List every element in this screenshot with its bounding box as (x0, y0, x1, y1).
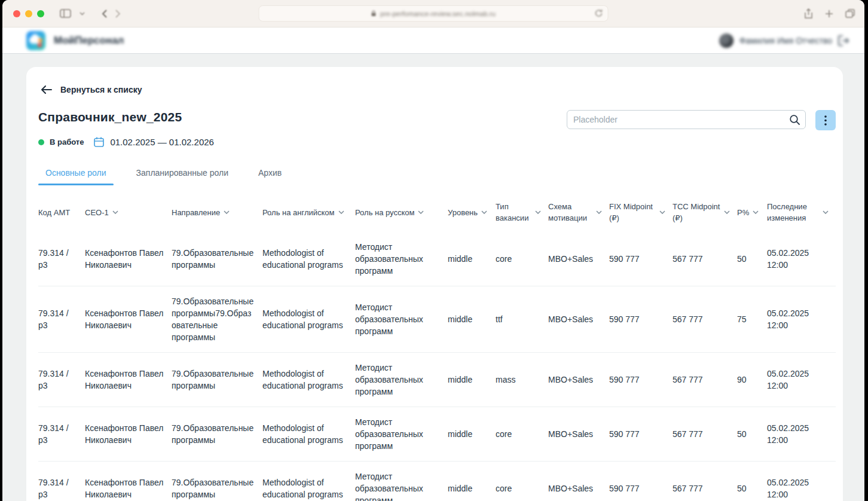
forward-icon[interactable] (115, 10, 121, 18)
cell-ceo: Ксенафонтов Павел Николаевич (85, 407, 172, 462)
status-row: В работе 01.02.2025 — 01.02.2026 (38, 136, 214, 148)
search-box (567, 110, 806, 129)
cell-vacancy-type: ttf (496, 286, 548, 353)
cell-last-changes: 05.02.2025 12:00 (767, 407, 836, 462)
close-window-button[interactable] (13, 10, 20, 17)
column-header-code: Код АМТ (38, 193, 85, 232)
column-header-level[interactable]: Уровень (448, 193, 496, 232)
cell-fix-midpoint: 590 777 (609, 232, 673, 286)
cell-ceo: Ксенафонтов Павел Николаевич (85, 232, 172, 286)
new-tab-icon[interactable] (825, 10, 833, 18)
cell-role-en: Methodologist of educational programs (262, 232, 355, 286)
sort-chevron-icon[interactable] (481, 210, 487, 214)
reload-icon[interactable] (595, 9, 603, 17)
column-header-motivation[interactable]: Схема мотивации (548, 193, 609, 232)
date-range: 01.02.2025 — 01.02.2026 (110, 137, 213, 147)
address-bar[interactable]: pre-perfomance-review.sec.nolmab.ru (259, 5, 609, 22)
column-header-role-en[interactable]: Роль на английском (262, 193, 355, 232)
roles-table: Код АМТCEO-1НаправлениеРоль на английско… (38, 193, 836, 501)
cell-direction: 79.Образовательные программы (172, 232, 262, 286)
sort-chevron-icon[interactable] (338, 210, 344, 214)
tab-1[interactable]: Основные роли (38, 168, 114, 185)
cell-p-percent: 50 (737, 462, 767, 501)
back-label: Вернуться к списку (60, 85, 142, 94)
sort-chevron-icon[interactable] (753, 210, 759, 214)
column-header-vacancy-type[interactable]: Тип вакансии (496, 193, 548, 232)
column-header-p-percent[interactable]: P% (737, 193, 767, 232)
share-icon[interactable] (804, 8, 813, 19)
cell-level: middle (448, 232, 496, 286)
cell-role-ru: Методист образовательных программ (355, 232, 448, 286)
cell-motivation: MBO+Sales (548, 407, 609, 462)
app-header: МойПерсонал Фамилия Имя Отчество (2, 28, 864, 54)
sort-chevron-icon[interactable] (659, 210, 665, 214)
app-brand[interactable]: МойПерсонал (26, 31, 124, 50)
tabs-overview-icon[interactable] (845, 9, 855, 18)
app-logo-icon (26, 31, 45, 50)
cell-vacancy-type: core (496, 462, 548, 501)
logout-icon[interactable] (838, 35, 850, 46)
tab-2[interactable]: Запланированные роли (129, 168, 236, 185)
minimize-window-button[interactable] (25, 10, 32, 17)
sidebar-icon[interactable] (60, 9, 71, 18)
cell-tcc-midpoint: 567 777 (673, 286, 737, 353)
search-icon[interactable] (788, 114, 800, 126)
table-row[interactable]: 79.314 / р3Ксенафонтов Павел Николаевич7… (38, 353, 836, 407)
column-header-ceo[interactable]: CEO-1 (85, 193, 172, 232)
column-label: Роль на русском (355, 207, 414, 218)
search-input[interactable] (567, 110, 806, 129)
column-label: Роль на английском (262, 207, 335, 218)
sort-chevron-icon[interactable] (418, 210, 424, 214)
cell-level: middle (448, 407, 496, 462)
cell-fix-midpoint: 590 777 (609, 407, 673, 462)
sort-chevron-icon[interactable] (724, 210, 730, 214)
cell-ceo: Ксенафонтов Павел Николаевич (85, 462, 172, 501)
table-row[interactable]: 79.314 / р3Ксенафонтов Павел Николаевич7… (38, 232, 836, 286)
sort-chevron-icon[interactable] (535, 210, 541, 214)
content-card: Вернуться к списку Справочник_new_2025 В… (26, 67, 843, 501)
sort-chevron-icon[interactable] (596, 210, 602, 214)
column-header-direction[interactable]: Направление (172, 193, 262, 232)
sort-chevron-icon[interactable] (224, 210, 230, 214)
cell-fix-midpoint: 590 777 (609, 462, 673, 501)
cell-motivation: MBO+Sales (548, 353, 609, 407)
chevron-down-icon[interactable] (80, 12, 85, 16)
back-link[interactable]: Вернуться к списку (38, 85, 142, 94)
kebab-icon (824, 115, 827, 126)
kebab-menu-button[interactable] (815, 110, 836, 130)
cell-p-percent: 75 (737, 286, 767, 353)
column-label: ТСС Midpoint (₽) (673, 201, 720, 224)
table-row[interactable]: 79.314 / р3Ксенафонтов Павел Николаевич7… (38, 286, 836, 353)
cell-p-percent: 50 (737, 407, 767, 462)
cell-level: middle (448, 462, 496, 501)
cell-last-changes: 05.02.2025 12:00 (767, 286, 836, 353)
cell-last-changes: 05.02.2025 12:00 (767, 462, 836, 501)
zoom-window-button[interactable] (37, 10, 44, 17)
page-background: Вернуться к списку Справочник_new_2025 В… (2, 54, 864, 501)
user-menu[interactable]: Фамилия Имя Отчество (719, 33, 850, 48)
cell-direction: 79.Образовательные программы79.Образоват… (172, 286, 262, 353)
lock-icon (371, 10, 377, 17)
cell-motivation: MBO+Sales (548, 232, 609, 286)
column-label: Код АМТ (38, 207, 70, 218)
cell-vacancy-type: core (496, 232, 548, 286)
column-header-last-changes[interactable]: Последние изменения (767, 193, 836, 232)
column-header-role-ru[interactable]: Роль на русском (355, 193, 448, 232)
sort-chevron-icon[interactable] (823, 210, 829, 214)
cell-role-en: Methodologist of educational programs (262, 286, 355, 353)
cell-level: middle (448, 286, 496, 353)
cell-direction: 79.Образовательные программы (172, 462, 262, 501)
cell-role-en: Methodologist of educational programs (262, 462, 355, 501)
column-header-tcc-midpoint[interactable]: ТСС Midpoint (₽) (673, 193, 737, 232)
column-header-fix-midpoint[interactable]: FIX Midpoint (₽) (609, 193, 673, 232)
table-header-row: Код АМТCEO-1НаправлениеРоль на английско… (38, 193, 836, 232)
cell-last-changes: 05.02.2025 12:00 (767, 232, 836, 286)
column-label: Последние изменения (767, 201, 819, 224)
page-title: Справочник_new_2025 (38, 110, 214, 124)
table-row[interactable]: 79.314 / р3Ксенафонтов Павел Николаевич7… (38, 407, 836, 462)
arrow-left-icon (41, 85, 52, 94)
sort-chevron-icon[interactable] (112, 210, 118, 214)
table-row[interactable]: 79.314 / р3Ксенафонтов Павел Николаевич7… (38, 462, 836, 501)
tab-3[interactable]: Архив (251, 168, 289, 185)
back-icon[interactable] (102, 10, 107, 18)
